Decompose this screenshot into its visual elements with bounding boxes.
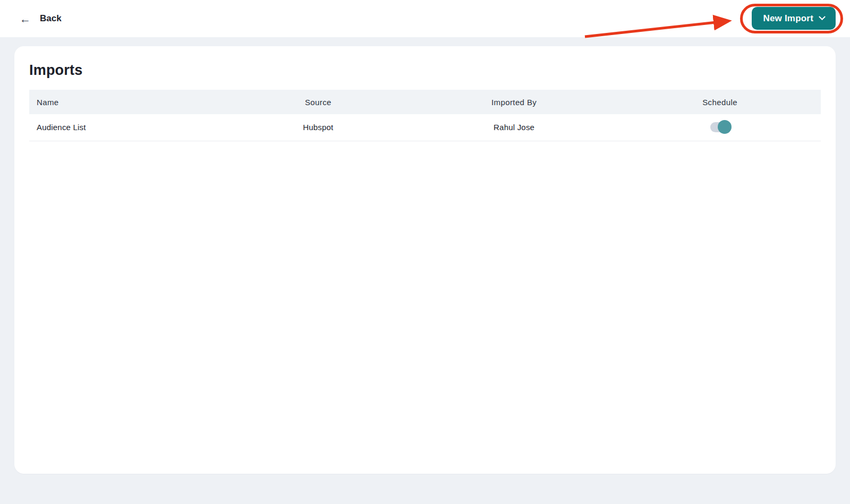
column-header-name: Name [29,90,227,114]
column-header-source: Source [227,90,410,114]
new-import-button[interactable]: New Import [752,7,836,30]
page-title: Imports [29,60,821,80]
imports-table: Name Source Imported By Schedule Audienc… [29,90,821,141]
chevron-down-icon [819,13,826,20]
imports-card: Imports Name Source Imported By Schedule… [14,46,836,474]
back-button[interactable]: ← Back [20,0,62,37]
cell-imported-by: Rahul Jose [409,114,619,141]
cell-name: Audience List [29,114,227,141]
cell-schedule [619,114,821,141]
schedule-toggle[interactable] [710,122,730,132]
schedule-toggle-knob [718,120,732,134]
cell-source: Hubspot [227,114,410,141]
table-header-row: Name Source Imported By Schedule [29,90,821,114]
back-label: Back [40,13,62,24]
column-header-schedule: Schedule [619,90,821,114]
table-row[interactable]: Audience List Hubspot Rahul Jose [29,114,821,141]
back-arrow-icon: ← [20,13,31,24]
column-header-imported-by: Imported By [409,90,619,114]
new-import-label: New Import [763,13,813,24]
top-bar: ← Back New Import [0,0,850,37]
